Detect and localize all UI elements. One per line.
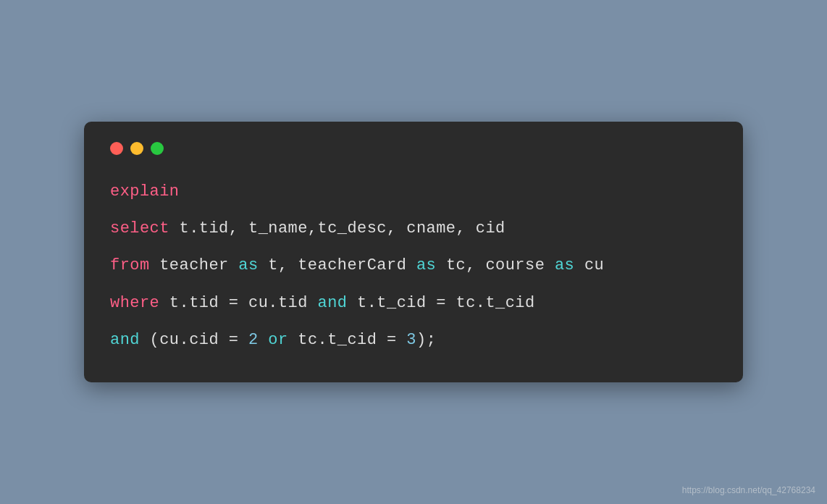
where-condition-2: t.t_cid = tc.t_cid bbox=[347, 294, 534, 312]
where-condition-1: t.tid = cu.tid bbox=[159, 294, 317, 312]
keyword-select: select bbox=[110, 219, 169, 238]
number-3: 3 bbox=[406, 331, 416, 349]
end-paren: ); bbox=[416, 331, 436, 349]
dot-yellow[interactable] bbox=[130, 142, 143, 155]
or-condition: tc.t_cid = bbox=[288, 331, 407, 349]
from-teacher: teacher bbox=[150, 256, 239, 274]
from-cu: cu bbox=[574, 256, 604, 274]
keyword-from: from bbox=[110, 256, 150, 274]
keyword-as-3: as bbox=[555, 256, 574, 274]
keyword-and-2: and bbox=[110, 331, 140, 349]
keyword-explain: explain bbox=[110, 182, 180, 201]
code-line-1: explain bbox=[110, 178, 717, 205]
number-2: 2 bbox=[248, 331, 259, 349]
watermark: https://blog.csdn.net/qq_42768234 bbox=[682, 485, 815, 495]
code-window: explain select t.tid, t_name,tc_desc, cn… bbox=[84, 122, 743, 383]
and-condition-1: (cu.cid = bbox=[140, 331, 248, 349]
code-line-5: and (cu.cid = 2 or tc.t_cid = 3); bbox=[110, 327, 717, 353]
from-teachercard: t, teacherCard bbox=[259, 256, 416, 274]
from-course: tc, course bbox=[436, 256, 555, 274]
code-line-2: select t.tid, t_name,tc_desc, cname, cid bbox=[110, 215, 717, 242]
keyword-and-1: and bbox=[318, 294, 348, 312]
dot-red[interactable] bbox=[110, 142, 123, 155]
keyword-as-2: as bbox=[416, 256, 436, 274]
code-line-4: where t.tid = cu.tid and t.t_cid = tc.t_… bbox=[110, 290, 717, 316]
keyword-as-1: as bbox=[238, 256, 258, 274]
code-block: explain select t.tid, t_name,tc_desc, cn… bbox=[110, 178, 717, 354]
keyword-or: or bbox=[268, 331, 287, 349]
select-columns: t.tid, t_name,tc_desc, cname, cid bbox=[169, 219, 505, 238]
space-1 bbox=[259, 331, 269, 349]
keyword-where: where bbox=[110, 294, 159, 312]
dot-green[interactable] bbox=[151, 142, 164, 155]
code-line-3: from teacher as t, teacherCard as tc, co… bbox=[110, 252, 717, 279]
title-bar bbox=[110, 142, 717, 155]
